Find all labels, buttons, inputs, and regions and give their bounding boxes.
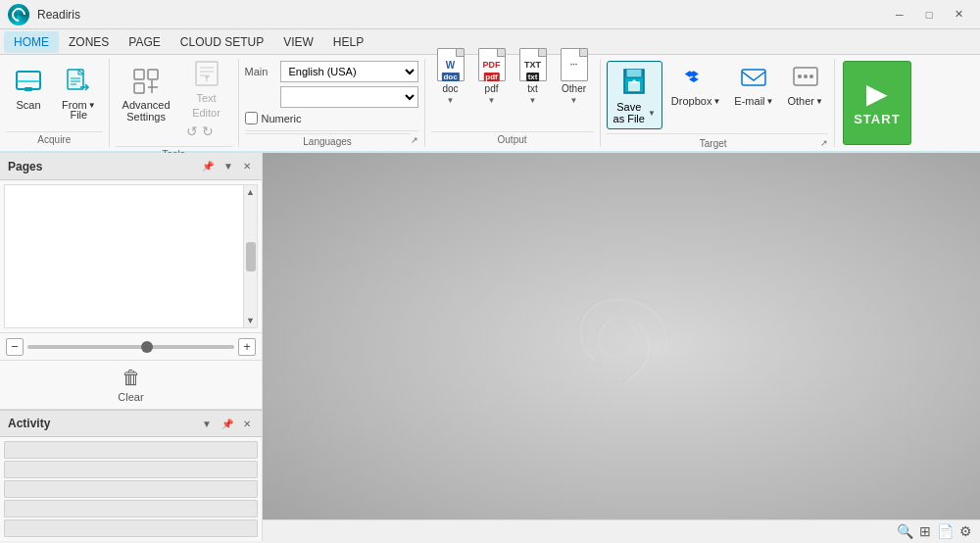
pages-panel-controls: 📌 ▼ ✕ — [199, 160, 254, 173]
status-settings-icon[interactable]: ⚙ — [959, 523, 972, 539]
email-icon — [740, 64, 767, 93]
start-button[interactable]: ▶ START — [843, 61, 911, 145]
pages-panel-pin[interactable]: 📌 — [199, 160, 217, 173]
menu-item-help[interactable]: HELP — [323, 31, 373, 53]
activity-close[interactable]: ✕ — [240, 418, 254, 430]
status-page-icon[interactable]: 📄 — [937, 523, 954, 539]
svg-rect-9 — [148, 70, 158, 79]
activity-row-4 — [4, 500, 258, 518]
zoom-bar: − + — [0, 332, 262, 360]
svg-rect-19 — [742, 70, 765, 85]
other-target-button[interactable]: Other ▼ — [782, 61, 827, 110]
advanced-settings-button[interactable]: Advanced Settings — [116, 61, 177, 127]
svg-rect-1 — [21, 75, 36, 85]
title-bar: Readiris ─ □ ✕ — [0, 0, 980, 29]
save-as-file-dropdown: ▼ — [648, 109, 656, 118]
pages-panel-menu[interactable]: ▼ — [220, 160, 236, 173]
logo-watermark — [558, 283, 685, 411]
pages-scrollbar: ▲ ▼ — [243, 185, 257, 327]
svg-point-21 — [798, 74, 802, 78]
scroll-down-arrow[interactable]: ▼ — [244, 314, 257, 327]
tools-content: Advanced Settings T — [116, 59, 232, 144]
languages-group-label: Languages — [245, 133, 411, 147]
menu-item-home[interactable]: HOME — [4, 31, 59, 53]
other-output-dropdown-arrow: ▼ — [570, 96, 578, 105]
scan-button[interactable]: Scan — [6, 61, 51, 116]
pages-panel: Pages 📌 ▼ ✕ ▲ ▼ − — [0, 153, 262, 409]
save-as-file-button[interactable]: Save as File ▼ — [607, 61, 662, 129]
svg-rect-3 — [24, 87, 32, 91]
zoom-thumb[interactable] — [141, 341, 153, 353]
txt-icon: TXT txt — [518, 48, 548, 81]
status-grid-icon[interactable]: ⊞ — [919, 523, 931, 539]
second-language-row — [245, 86, 418, 108]
status-bar: 🔍 ⊞ 📄 ⚙ — [263, 519, 980, 541]
pages-panel-header: Pages 📌 ▼ ✕ — [0, 153, 262, 180]
second-language-select[interactable] — [280, 86, 418, 108]
acquire-content: Scan From ▼ — [6, 59, 103, 129]
main-lang-label: Main — [245, 66, 274, 77]
ribbon-group-output: W doc doc ▼ PDF pdf pdf ▼ — [425, 59, 601, 147]
pages-panel-close[interactable]: ✕ — [240, 160, 254, 173]
numeric-checkbox-label[interactable]: Numeric — [245, 112, 418, 124]
dropbox-button[interactable]: Dropbox ▼ — [666, 61, 726, 110]
clear-label[interactable]: Clear — [118, 391, 143, 403]
output-other-button[interactable]: ··· Other ▼ — [555, 61, 594, 108]
content-area: 🔍 ⊞ 📄 ⚙ — [263, 153, 980, 541]
activity-menu[interactable]: ▼ — [199, 418, 215, 430]
doc-icon: W doc — [436, 48, 466, 81]
menu-item-zones[interactable]: ZONES — [59, 31, 119, 53]
status-zoom-out-icon[interactable]: 🔍 — [897, 523, 913, 539]
close-button[interactable]: ✕ — [945, 4, 972, 25]
svg-point-23 — [809, 74, 813, 78]
activity-row-1 — [4, 441, 258, 459]
zoom-slider[interactable] — [27, 345, 234, 349]
ribbon-group-tools: Advanced Settings T — [110, 59, 239, 147]
save-as-file-icon — [618, 66, 650, 97]
main-language-select[interactable]: English (USA) French German Spanish — [280, 61, 418, 82]
output-pdf-button[interactable]: PDF pdf pdf ▼ — [472, 61, 512, 108]
ribbon-group-target: Save as File ▼ Dropbox ▼ — [601, 59, 835, 147]
content-background — [263, 153, 980, 541]
from-file-button[interactable]: From ▼ File — [55, 61, 103, 125]
output-doc-button[interactable]: W doc doc ▼ — [431, 61, 470, 108]
app-title: Readiris — [37, 8, 80, 22]
menu-item-cloud-setup[interactable]: CLOUD SETUP — [171, 31, 273, 53]
title-bar-controls: ─ □ ✕ — [886, 4, 972, 25]
other-output-label: Other — [562, 83, 586, 94]
output-group-label: Output — [431, 131, 594, 147]
svg-rect-8 — [134, 70, 144, 79]
languages-expand-icon[interactable]: ↗ — [411, 135, 418, 145]
trash-icon[interactable]: 🗑 — [122, 367, 141, 389]
other-target-icon — [792, 64, 819, 93]
from-file-dropdown-arrow: ▼ — [88, 101, 96, 110]
activity-row-5 — [4, 519, 258, 537]
tools-small-btns: T Text Editor ↺ ↻ — [181, 61, 232, 142]
advanced-settings-icon — [130, 66, 162, 97]
target-expand-icon[interactable]: ↗ — [820, 138, 828, 148]
zoom-minus-button[interactable]: − — [6, 338, 24, 356]
dropbox-label: Dropbox — [671, 95, 712, 107]
activity-panel: Activity ▼ 📌 ✕ — [0, 409, 262, 541]
svg-rect-10 — [134, 83, 144, 93]
minimize-button[interactable]: ─ — [886, 4, 913, 25]
menu-item-page[interactable]: PAGE — [119, 31, 170, 53]
scan-icon — [13, 66, 44, 97]
scroll-up-arrow[interactable]: ▲ — [244, 185, 257, 199]
other-target-dropdown-arrow: ▼ — [815, 97, 823, 106]
output-txt-button[interactable]: TXT txt txt ▼ — [514, 61, 553, 108]
scroll-thumb[interactable] — [246, 242, 256, 272]
main-language-row: Main English (USA) French German Spanish — [245, 61, 418, 82]
menu-item-view[interactable]: VIEW — [273, 31, 323, 53]
activity-pin[interactable]: 📌 — [219, 418, 236, 430]
pages-panel-title: Pages — [8, 160, 42, 173]
numeric-label: Numeric — [262, 113, 302, 124]
undo-button[interactable]: ↺ ↻ — [181, 121, 232, 142]
zoom-plus-button[interactable]: + — [238, 338, 256, 356]
save-as-file-label1: Save — [616, 101, 641, 113]
redo-icon: ↻ — [202, 123, 214, 139]
email-label: E-mail — [734, 95, 764, 107]
email-button[interactable]: E-mail ▼ — [729, 61, 778, 110]
restore-button[interactable]: □ — [915, 4, 943, 25]
numeric-checkbox[interactable] — [245, 112, 258, 124]
